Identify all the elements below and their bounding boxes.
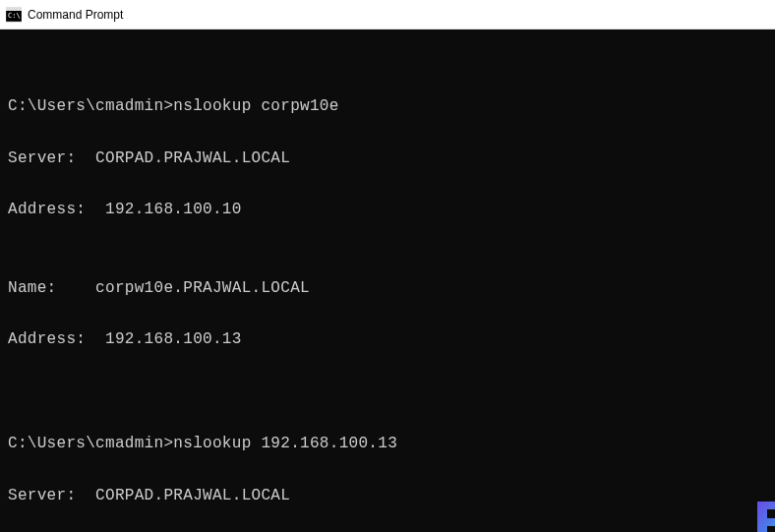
svg-rect-1 xyxy=(6,8,22,11)
title-bar[interactable]: C:\ Command Prompt xyxy=(0,0,775,30)
watermark-logo xyxy=(706,468,760,522)
terminal-line: Address: 192.168.100.13 xyxy=(8,326,767,352)
terminal-line: Address: 192.168.100.10 xyxy=(8,197,767,222)
svg-text:C:\: C:\ xyxy=(8,12,21,20)
terminal-line: Server: CORPAD.PRAJWAL.LOCAL xyxy=(8,483,767,508)
terminal-line: C:\Users\cmadmin>nslookup 192.168.100.13 xyxy=(8,431,767,456)
cmd-icon: C:\ xyxy=(6,7,22,23)
terminal-line: C:\Users\cmadmin>nslookup corpw10e xyxy=(8,93,767,119)
terminal-line: Name: corpw10e.PRAJWAL.LOCAL xyxy=(8,275,767,301)
terminal-line: Server: CORPAD.PRAJWAL.LOCAL xyxy=(8,146,767,171)
terminal-output[interactable]: C:\Users\cmadmin>nslookup corpw10e Serve… xyxy=(0,30,775,532)
window-title: Command Prompt xyxy=(28,8,123,22)
